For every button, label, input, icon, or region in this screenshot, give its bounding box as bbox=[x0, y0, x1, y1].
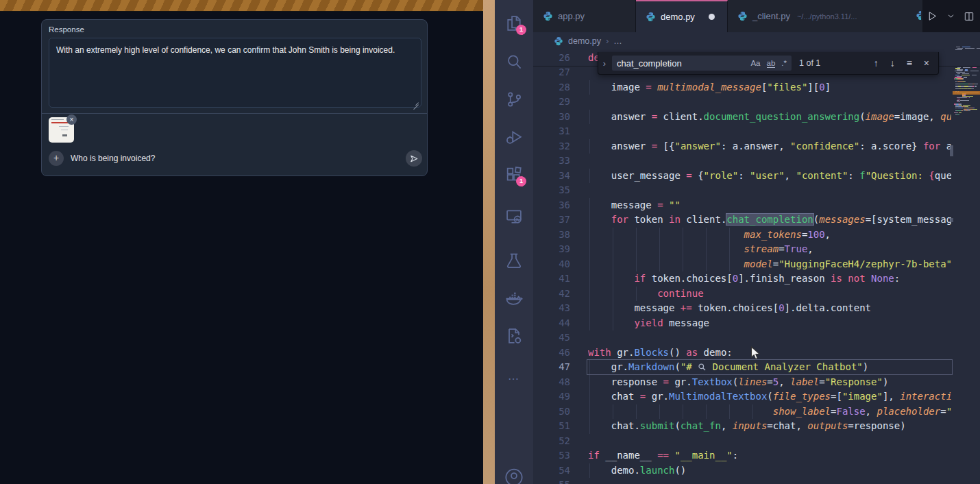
modified-dot-icon[interactable] bbox=[709, 14, 715, 20]
code-line-36[interactable]: 36 message = "" bbox=[533, 198, 980, 213]
code-line-40[interactable]: 40 model="HuggingFaceH4/zephyr-7b-beta", bbox=[533, 257, 980, 272]
code-line-38[interactable]: 38 max_tokens=100, bbox=[533, 228, 980, 243]
sticky-line-number: 26 bbox=[533, 51, 570, 66]
search-icon[interactable] bbox=[504, 52, 524, 71]
add-file-button[interactable]: + bbox=[49, 151, 64, 166]
thumb-mark bbox=[62, 134, 67, 136]
resize-handle[interactable] bbox=[413, 99, 419, 105]
find-results-count: 1 of 1 bbox=[799, 58, 820, 68]
send-icon bbox=[409, 154, 419, 164]
mouse-cursor bbox=[750, 346, 761, 361]
current-line-highlight bbox=[587, 359, 953, 375]
python-file-icon bbox=[554, 36, 563, 46]
response-text: With an extremely high level of confiden… bbox=[56, 45, 395, 55]
clipped-tab-python-icon bbox=[916, 10, 921, 21]
python-file-icon bbox=[543, 11, 553, 21]
minimap-match-marker bbox=[953, 91, 980, 95]
python-file-icon bbox=[646, 12, 656, 22]
code-line-32[interactable]: 32 answer = [{"answer": a.answer, "confi… bbox=[533, 139, 980, 154]
screen: Response With an extremely high level of… bbox=[0, 0, 980, 484]
find-collapse-chevron-icon[interactable]: › bbox=[598, 58, 611, 69]
window-title-stripe bbox=[0, 0, 483, 12]
tab-client-py[interactable]: _client.py ~/.../python3.11/... bbox=[728, 0, 925, 32]
vscode-window: 1 1 bbox=[495, 0, 980, 484]
whole-word-icon[interactable]: ab bbox=[767, 59, 776, 68]
find-close-icon[interactable]: × bbox=[924, 58, 929, 69]
chat-input-text[interactable]: Who is being invoiced? bbox=[71, 154, 155, 163]
breadcrumb-symbol[interactable]: … bbox=[613, 36, 622, 46]
remove-attachment-button[interactable]: × bbox=[66, 114, 77, 125]
run-options-chevron-icon[interactable] bbox=[947, 12, 955, 20]
code-line-35[interactable]: 35 bbox=[533, 183, 980, 198]
activity-bar: 1 1 bbox=[495, 0, 533, 484]
code-line-31[interactable]: 31 bbox=[533, 124, 980, 139]
breadcrumb[interactable]: demo.py › … bbox=[533, 32, 980, 49]
code-editor[interactable]: 2728 image = multimodal_message["files"]… bbox=[533, 49, 980, 484]
code-line-44[interactable]: 44 yield message bbox=[533, 316, 980, 331]
split-editor-icon[interactable] bbox=[964, 11, 975, 22]
run-button-icon[interactable] bbox=[927, 10, 938, 22]
extensions-badge: 1 bbox=[516, 176, 526, 186]
code-line-54[interactable]: 54 demo.launch() bbox=[533, 463, 980, 479]
task-runner-icon[interactable] bbox=[504, 326, 524, 346]
find-widget: › chat_completion Aa ab .* 1 of 1 ↑ ↓ ≡ … bbox=[598, 52, 939, 75]
code-line-37[interactable]: 37 for token in client.chat_completion(m… bbox=[533, 213, 980, 228]
thumb-line bbox=[59, 126, 69, 127]
send-button[interactable] bbox=[406, 150, 422, 167]
code-line-55[interactable]: 55 bbox=[533, 478, 980, 484]
response-textarea[interactable]: With an extremely high level of confiden… bbox=[49, 38, 421, 108]
find-next-icon[interactable]: ↓ bbox=[890, 58, 895, 69]
gradio-app-window: Response With an extremely high level of… bbox=[0, 0, 483, 484]
regex-icon[interactable]: .* bbox=[781, 59, 787, 68]
tab-label: demo.py bbox=[661, 12, 695, 22]
tab-label: _client.py bbox=[752, 11, 790, 21]
account-icon[interactable] bbox=[504, 466, 524, 484]
desktop-wallpaper-strip bbox=[483, 0, 495, 484]
thumb-line bbox=[51, 119, 64, 120]
code-line-29[interactable]: 29 bbox=[533, 95, 980, 110]
breadcrumb-file[interactable]: demo.py bbox=[568, 36, 601, 46]
code-line-30[interactable]: 30 answer = client.document_question_ans… bbox=[533, 110, 980, 125]
explorer-icon[interactable]: 1 bbox=[504, 14, 524, 33]
overview-ruler-marker[interactable] bbox=[950, 218, 953, 222]
python-file-icon bbox=[737, 11, 748, 21]
minimap[interactable] bbox=[953, 41, 980, 226]
code-line-39[interactable]: 39 stream=True, bbox=[533, 242, 980, 257]
remote-explorer-icon[interactable] bbox=[504, 207, 524, 226]
run-debug-icon[interactable] bbox=[504, 128, 524, 147]
code-line-34[interactable]: 34 user_message = {"role": "user", "cont… bbox=[533, 169, 980, 184]
overview-ruler-marker[interactable] bbox=[950, 145, 953, 156]
thumb-line bbox=[61, 130, 68, 130]
editor-tab-bar: app.py demo.py _client.py ~/.../python3.… bbox=[533, 0, 980, 32]
docker-icon[interactable] bbox=[504, 289, 524, 308]
testing-flask-icon[interactable] bbox=[504, 251, 524, 270]
code-line-42[interactable]: 42 continue bbox=[533, 287, 980, 302]
tab-description: ~/.../python3.11/... bbox=[797, 12, 857, 21]
find-in-selection-icon[interactable]: ≡ bbox=[907, 58, 912, 69]
source-control-icon[interactable] bbox=[504, 90, 524, 109]
code-line-52[interactable]: 52 bbox=[533, 434, 980, 449]
code-line-41[interactable]: 41 if token.choices[0].finish_reason is … bbox=[533, 271, 980, 287]
find-previous-icon[interactable]: ↑ bbox=[874, 58, 879, 69]
find-input[interactable]: chat_completion Aa ab .* bbox=[612, 56, 792, 71]
more-views-icon[interactable]: ⋯ bbox=[504, 372, 524, 382]
response-label: Response bbox=[49, 25, 84, 34]
code-line-28[interactable]: 28 image = multimodal_message["files"][0… bbox=[533, 80, 980, 95]
tab-label: app.py bbox=[558, 11, 585, 21]
tab-app-py[interactable]: app.py bbox=[533, 0, 636, 32]
tab-demo-py[interactable]: demo.py bbox=[636, 0, 728, 32]
match-case-icon[interactable]: Aa bbox=[750, 59, 760, 68]
find-query: chat_completion bbox=[617, 58, 682, 69]
gradio-panel: Response With an extremely high level of… bbox=[41, 19, 428, 176]
code-line-43[interactable]: 43 message += token.choices[0].delta.con… bbox=[533, 301, 980, 316]
code-line-45[interactable]: 45 bbox=[533, 330, 980, 346]
editor-actions bbox=[922, 0, 980, 32]
code-line-50[interactable]: 50 show_label=False, placeholder="Ask a … bbox=[533, 404, 980, 420]
code-line-53[interactable]: 53if __name__ == "__main__": bbox=[533, 448, 980, 463]
breadcrumb-separator: › bbox=[606, 36, 609, 46]
extensions-icon[interactable]: 1 bbox=[504, 165, 524, 184]
code-line-49[interactable]: 49 chat = gr.MultimodalTextbox(file_type… bbox=[533, 389, 980, 404]
code-line-51[interactable]: 51 chat.submit(chat_fn, inputs=chat, out… bbox=[533, 419, 980, 434]
code-line-33[interactable]: 33 bbox=[533, 154, 980, 169]
code-line-48[interactable]: 48 response = gr.Textbox(lines=5, label=… bbox=[533, 375, 980, 390]
